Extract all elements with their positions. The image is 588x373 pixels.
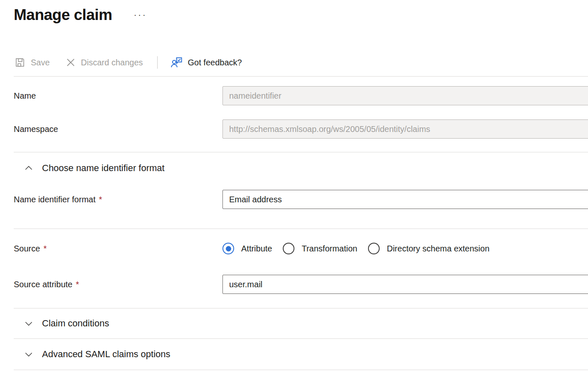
got-feedback-button[interactable]: Got feedback?: [170, 56, 242, 69]
radio-transformation[interactable]: Transformation: [283, 243, 357, 254]
required-marker: *: [76, 280, 79, 289]
section-claim-conditions[interactable]: Claim conditions: [14, 308, 588, 338]
close-icon: [65, 57, 77, 68]
name-label: Name: [14, 91, 222, 101]
source-label: Source *: [14, 244, 222, 254]
divider: [14, 76, 588, 77]
discard-changes-label: Discard changes: [81, 58, 143, 67]
selected-option: Email address: [229, 195, 282, 204]
radio-circle: [368, 243, 380, 254]
name-input[interactable]: [222, 86, 588, 105]
source-attribute-input[interactable]: [222, 275, 588, 294]
discard-changes-button[interactable]: Discard changes: [65, 57, 143, 68]
page-header: Manage claim ···: [14, 0, 588, 26]
section-advanced-saml-claims-options[interactable]: Advanced SAML claims options: [14, 339, 588, 370]
save-label: Save: [31, 58, 50, 67]
manage-claim-page: Manage claim ··· Save Discard changes: [0, 0, 588, 373]
section-label: Choose name identifier format: [42, 163, 165, 174]
source-radio-group: Attribute Transformation Directory schem…: [222, 243, 588, 254]
more-options-button[interactable]: ···: [134, 10, 147, 20]
name-field-row: Name: [14, 86, 588, 105]
name-identifier-format-label: Name identifier format *: [14, 195, 222, 204]
chevron-down-icon: [24, 319, 33, 328]
required-marker: *: [99, 195, 102, 204]
namespace-field-row: Namespace: [14, 119, 588, 139]
command-bar: Save Discard changes Got fee: [14, 54, 588, 71]
got-feedback-label: Got feedback?: [188, 58, 242, 67]
namespace-label: Namespace: [14, 124, 222, 134]
namespace-input[interactable]: [222, 119, 588, 139]
source-attribute-label: Source attribute *: [14, 280, 222, 289]
radio-attribute[interactable]: Attribute: [222, 243, 272, 254]
chevron-up-icon: [24, 164, 33, 173]
section-choose-name-identifier-format[interactable]: Choose name identifier format: [14, 152, 588, 175]
divider: [14, 229, 588, 229]
section-label: Claim conditions: [42, 318, 109, 329]
section-label: Advanced SAML claims options: [42, 349, 170, 360]
chevron-down-icon: [24, 350, 33, 359]
page-title: Manage claim: [14, 4, 112, 26]
radio-circle: [283, 243, 294, 254]
save-button[interactable]: Save: [14, 56, 50, 69]
source-attribute-row: Source attribute *: [14, 275, 588, 294]
radio-circle: [222, 243, 234, 254]
name-identifier-format-row: Name identifier format * Email address: [14, 190, 588, 209]
required-marker: *: [43, 244, 47, 254]
radio-directory-schema-extension[interactable]: Directory schema extension: [368, 243, 489, 254]
save-icon: [14, 56, 26, 69]
feedback-icon: [170, 56, 183, 69]
toolbar-divider: [157, 56, 158, 69]
divider: [14, 370, 588, 370]
name-identifier-format-select[interactable]: Email address: [222, 190, 588, 209]
source-field-row: Source * Attribute Transformation Direct…: [14, 242, 588, 255]
